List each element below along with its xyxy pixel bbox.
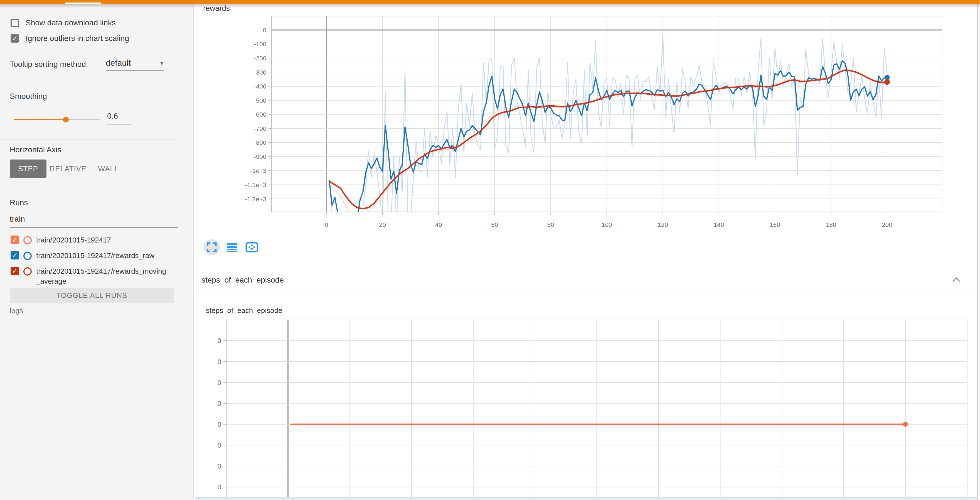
svg-text:140: 140 xyxy=(714,221,724,228)
svg-text:300: 300 xyxy=(217,379,221,386)
rewards-chart[interactable]: 0204060801001201401601802000-100-200-300… xyxy=(217,16,971,239)
svg-text:0: 0 xyxy=(263,27,266,34)
run-row[interactable]: ✓train/20201015-192417/rewards_moving_av… xyxy=(11,267,170,286)
toggle-all-runs-button[interactable]: TOGGLE ALL RUNS xyxy=(10,288,174,303)
svg-text:-1e+3: -1e+3 xyxy=(250,167,266,174)
tooltip-sort-dropdown[interactable]: default ▼ xyxy=(106,58,164,71)
run-label: train/20201015-192417/rewards_moving_ave… xyxy=(36,266,170,286)
svg-text:150: 150 xyxy=(217,441,221,449)
svg-text:-1.1e+3: -1.1e+3 xyxy=(245,182,267,188)
haxis-step-button[interactable]: STEP xyxy=(10,159,46,178)
app-header-bar xyxy=(0,0,980,4)
smoothing-slider-fill xyxy=(14,119,66,120)
svg-text:0: 0 xyxy=(325,221,328,228)
check-icon: ✓ xyxy=(12,35,18,42)
haxis-wall-button[interactable]: WALL xyxy=(90,159,127,178)
horizontal-axis-button-group: STEP RELATIVE WALL xyxy=(10,159,127,178)
run-color-swatch-icon[interactable] xyxy=(23,236,32,244)
svg-text:-400: -400 xyxy=(254,83,266,90)
ignore-outliers-checkbox[interactable]: ✓ xyxy=(11,34,19,43)
run-row[interactable]: ✓train/20201015-192417 xyxy=(11,236,111,245)
chevron-up-icon[interactable] xyxy=(952,277,961,282)
run-label: train/20201015-192417/rewards_raw xyxy=(36,250,154,261)
logs-label: logs xyxy=(10,307,23,315)
steps-chart[interactable]: 40035030025020015010050 xyxy=(217,320,971,500)
svg-text:-700: -700 xyxy=(254,125,266,132)
active-tab-indicator xyxy=(65,3,101,4)
runs-filter-input[interactable]: train xyxy=(10,215,178,228)
tooltip-sort-value: default xyxy=(106,58,131,68)
run-checkbox[interactable]: ✓ xyxy=(11,251,19,260)
svg-text:80: 80 xyxy=(547,221,554,228)
svg-text:200: 200 xyxy=(882,221,892,228)
tooltip-sort-label: Tooltip sorting method: xyxy=(10,60,88,69)
svg-text:40: 40 xyxy=(435,221,442,228)
run-row[interactable]: ✓train/20201015-192417/rewards_raw xyxy=(11,251,154,261)
svg-text:-500: -500 xyxy=(254,97,266,104)
svg-text:-800: -800 xyxy=(254,139,266,146)
svg-text:100: 100 xyxy=(601,221,612,228)
show-download-links-label: Show data download links xyxy=(25,18,116,27)
fullscreen-icon xyxy=(207,242,217,252)
vertical-scrollbar[interactable] xyxy=(977,4,980,500)
run-label: train/20201015-192417 xyxy=(36,235,111,245)
run-checkbox[interactable]: ✓ xyxy=(11,236,19,244)
run-color-swatch-icon[interactable] xyxy=(23,267,32,275)
svg-text:-200: -200 xyxy=(254,55,266,62)
smoothing-label: Smoothing xyxy=(10,92,47,101)
tooltip-sort-row: Tooltip sorting method: default ▼ xyxy=(10,60,88,69)
check-icon: ✓ xyxy=(12,252,18,260)
rewards-chart-title: rewards xyxy=(203,4,230,13)
smoothing-value-input[interactable]: 0.6 xyxy=(107,111,132,124)
svg-text:180: 180 xyxy=(826,221,836,228)
svg-text:50: 50 xyxy=(217,483,221,491)
horizontal-scrollbar[interactable] xyxy=(195,497,977,500)
fit-domain-icon xyxy=(245,242,258,253)
settings-sidebar: Show data download links ✓ Ignore outlie… xyxy=(0,4,194,500)
ignore-outliers-row[interactable]: ✓ Ignore outliers in chart scaling xyxy=(11,34,129,43)
svg-text:350: 350 xyxy=(217,358,221,366)
divider xyxy=(0,188,177,188)
haxis-relative-button[interactable]: RELATIVE xyxy=(46,159,90,178)
svg-text:160: 160 xyxy=(770,221,780,228)
runs-label: Runs xyxy=(10,198,28,207)
svg-text:250: 250 xyxy=(217,400,221,407)
smoothing-slider-knob[interactable] xyxy=(63,117,69,123)
horizontal-axis-label: Horizontal Axis xyxy=(10,145,61,154)
svg-text:-900: -900 xyxy=(254,153,266,160)
svg-text:-600: -600 xyxy=(254,111,266,118)
chart-toolbar xyxy=(204,239,260,256)
svg-text:-300: -300 xyxy=(254,69,266,76)
data-lines-button[interactable] xyxy=(224,239,240,255)
svg-text:-100: -100 xyxy=(254,41,266,48)
divider xyxy=(0,139,177,140)
divider xyxy=(0,84,177,84)
svg-text:120: 120 xyxy=(658,221,668,228)
show-download-links-checkbox[interactable] xyxy=(11,19,19,27)
steps-section-title: steps_of_each_episode xyxy=(202,275,284,285)
charts-main-area: rewards 0204060801001201401601802000-100… xyxy=(195,4,977,500)
tensorboard-app: Show data download links ✓ Ignore outlie… xyxy=(0,0,980,500)
fit-domain-button[interactable] xyxy=(244,239,260,255)
steps-chart-title: steps_of_each_episode xyxy=(206,306,282,315)
run-checkbox[interactable]: ✓ xyxy=(11,267,19,275)
svg-text:-1.2e+3: -1.2e+3 xyxy=(245,196,267,203)
dropdown-caret-icon: ▼ xyxy=(160,61,164,66)
ignore-outliers-label: Ignore outliers in chart scaling xyxy=(25,34,129,43)
svg-text:400: 400 xyxy=(217,337,221,344)
svg-text:200: 200 xyxy=(217,420,221,428)
check-icon: ✓ xyxy=(12,267,18,275)
check-icon: ✓ xyxy=(12,236,18,244)
smoothing-slider[interactable] xyxy=(14,119,100,120)
data-lines-icon xyxy=(226,242,237,252)
show-download-links-row[interactable]: Show data download links xyxy=(11,18,116,27)
svg-text:60: 60 xyxy=(491,221,498,228)
svg-text:100: 100 xyxy=(217,462,221,470)
steps-section-header[interactable]: steps_of_each_episode xyxy=(195,268,977,293)
fullscreen-button[interactable] xyxy=(204,239,220,255)
svg-text:20: 20 xyxy=(379,221,386,228)
run-color-swatch-icon[interactable] xyxy=(23,252,32,260)
